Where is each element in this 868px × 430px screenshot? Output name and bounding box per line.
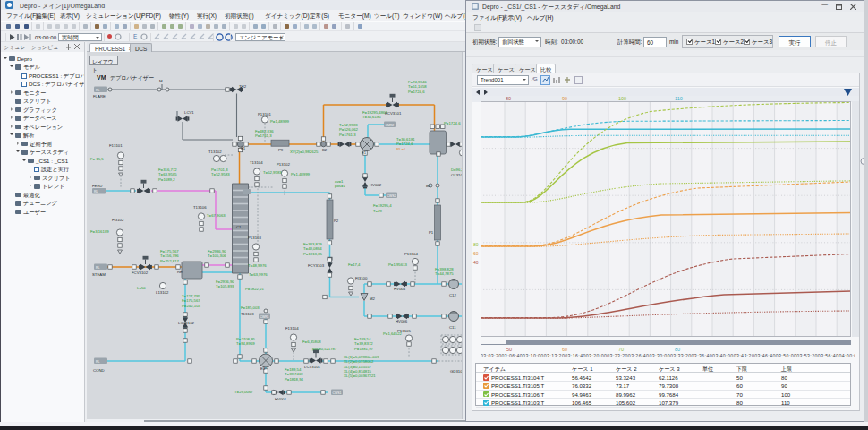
svg-text:F=3,16189: F=3,16189 — [90, 229, 109, 234]
svg-text:HV002: HV002 — [370, 183, 382, 187]
svg-text:T13102: T13102 — [208, 150, 222, 154]
svg-text:KCV3101: KCV3101 — [385, 111, 402, 116]
svg-text:P13104: P13104 — [404, 252, 418, 256]
svg-text:T=94,8969: T=94,8969 — [236, 341, 255, 346]
svg-text:LCV3101: LCV3101 — [304, 365, 321, 369]
svg-text:T=63,9585: T=63,9585 — [158, 172, 177, 176]
svg-text:L13102: L13102 — [156, 290, 169, 295]
svg-text:C1: C1 — [236, 225, 242, 229]
svg-text:T=29: T=29 — [373, 209, 383, 213]
svg-text:P=1724,6: P=1724,6 — [408, 90, 425, 94]
svg-text:TH2: TH2 — [239, 84, 247, 89]
svg-text:B2: B2 — [322, 148, 328, 152]
svg-text:FCV3102: FCV3102 — [132, 271, 149, 275]
svg-text:XL(2)=0,0158062: XL(2)=0,0158062 — [344, 359, 374, 364]
svg-text:F13104: F13104 — [285, 326, 299, 331]
svg-text:T=67,9063: T=67,9063 — [207, 213, 226, 218]
svg-text:P=1,48999: P=1,48999 — [291, 172, 311, 176]
svg-text:RL=1: RL=1 — [396, 147, 406, 151]
svg-text:XV(2)=0,982625: XV(2)=0,982625 — [290, 150, 319, 154]
svg-text:XL(4)=0,834815: XL(4)=0,834815 — [344, 369, 372, 374]
svg-text:VM: VM — [97, 74, 106, 81]
svg-text:T=30,6181: T=30,6181 — [396, 137, 415, 142]
svg-text:P=1,48999: P=1,48999 — [270, 119, 290, 124]
svg-text:F=2936,90: F=2936,90 — [216, 280, 234, 284]
svg-text:HV006: HV006 — [396, 319, 408, 323]
svg-text:T=48,0884: T=48,0884 — [303, 246, 322, 251]
svg-text:T=52,9583: T=52,9583 — [263, 170, 282, 175]
svg-text:M2: M2 — [370, 297, 376, 301]
svg-text:XL(3)=0,145557: XL(3)=0,145557 — [344, 365, 372, 369]
svg-text:F=175,567: F=175,567 — [160, 249, 179, 254]
svg-text:E1: E1 — [362, 150, 367, 155]
svg-text:M: M — [159, 79, 163, 83]
svg-text:CWR1: CWR1 — [260, 315, 269, 319]
svg-text:B1: B1 — [241, 146, 246, 150]
svg-text:E3: E3 — [260, 366, 266, 371]
svg-text:F=19295,4: F=19295,4 — [373, 203, 392, 208]
svg-text:FCY3103: FCY3103 — [308, 263, 325, 268]
svg-text:P=1761,3: P=1761,3 — [339, 133, 356, 137]
svg-text:P=526,062: P=526,062 — [339, 127, 359, 132]
svg-text:T=39,8372: T=39,8372 — [354, 341, 373, 346]
svg-text:P=1724,6: P=1724,6 — [444, 121, 461, 125]
svg-text:CMR2: CMR2 — [386, 124, 395, 127]
svg-text:P=242,103: P=242,103 — [182, 304, 201, 308]
svg-text:P=252,817: P=252,817 — [160, 259, 180, 263]
svg-text:XL(1)=5,09980e-009: XL(1)=5,09980e-009 — [344, 355, 379, 359]
svg-text:F=6,35808: F=6,35808 — [302, 340, 321, 344]
svg-text:FLARE: FLARE — [93, 94, 106, 99]
svg-text:P=1689,2: P=1689,2 — [158, 177, 175, 182]
svg-text:C12: C12 — [449, 293, 456, 297]
svg-text:T=105,306: T=105,306 — [208, 254, 226, 258]
svg-text:P=1701,3: P=1701,3 — [211, 168, 228, 172]
svg-text:F=2936,90: F=2936,90 — [208, 249, 226, 254]
svg-text:T=34,6185: T=34,6185 — [362, 115, 381, 119]
svg-text:CWS2: CWS2 — [387, 194, 396, 198]
svg-text:F=316,772: F=316,772 — [158, 168, 177, 172]
svg-text:T13104: T13104 — [250, 160, 263, 165]
svg-text:P13105: P13105 — [397, 329, 411, 333]
svg-text:RL: RL — [96, 360, 100, 364]
svg-text:P1: P1 — [429, 230, 434, 235]
svg-text:P=2708,95: P=2708,95 — [236, 337, 256, 341]
svg-text:P=1822,21: P=1822,21 — [245, 287, 265, 291]
svg-text:P13101: P13101 — [258, 112, 271, 116]
svg-text:F=74,9846: F=74,9846 — [408, 80, 427, 84]
svg-text:STEAM: STEAM — [92, 272, 106, 277]
svg-text:F=185,003: F=185,003 — [241, 305, 260, 310]
svg-text:T=105,893: T=105,893 — [216, 284, 234, 288]
svg-text:T=52,9583: T=52,9583 — [211, 172, 230, 176]
svg-text:T=44,7875: T=44,7875 — [435, 271, 454, 276]
svg-text:T=48,9976: T=48,9976 — [248, 263, 267, 268]
svg-text:LCV1: LCV1 — [184, 110, 194, 115]
svg-text:FI3100: FI3100 — [355, 276, 368, 280]
svg-text:F=383,829: F=383,829 — [303, 242, 322, 246]
svg-text:T=52,9583: T=52,9583 — [339, 123, 358, 127]
svg-text:XL(5)=0,00367221: XL(5)=0,00367221 — [344, 374, 376, 378]
svg-text:F13101: F13101 — [109, 143, 123, 148]
svg-text:pos=0,521787: pos=0,521787 — [312, 347, 337, 351]
svg-text:T13106: T13106 — [193, 205, 207, 210]
svg-text:P=1913,85: P=1913,85 — [303, 252, 323, 256]
svg-text:RL: RL — [94, 190, 98, 194]
svg-text:CWS1: CWS1 — [333, 391, 342, 395]
svg-text:HV001: HV001 — [275, 397, 287, 401]
svg-text:F= 15,5: F= 15,5 — [90, 157, 104, 161]
svg-text:T=156,796: T=156,796 — [160, 254, 179, 258]
svg-text:P=1818,94: P=1818,94 — [285, 377, 304, 382]
svg-text:T=39,7469: T=39,7469 — [285, 372, 303, 376]
svg-text:T=127,795: T=127,795 — [182, 294, 200, 298]
svg-text:RL: RL — [96, 266, 100, 270]
svg-text:L=50: L=50 — [137, 286, 146, 290]
svg-text:P2: P2 — [334, 219, 339, 223]
svg-text:P9: P9 — [278, 148, 284, 152]
svg-text:T=29,0067: T=29,0067 — [234, 390, 253, 394]
svg-text:P13103: P13103 — [248, 236, 261, 240]
svg-text:F=189,54: F=189,54 — [354, 337, 371, 341]
svg-text:F=398,828: F=398,828 — [435, 267, 454, 271]
svg-text:P=1,95613: P=1,95613 — [388, 262, 408, 267]
svg-text:F=17,4: F=17,4 — [348, 262, 361, 267]
svg-text:C11: C11 — [449, 325, 456, 330]
svg-text:P=1761,3: P=1761,3 — [255, 133, 272, 138]
